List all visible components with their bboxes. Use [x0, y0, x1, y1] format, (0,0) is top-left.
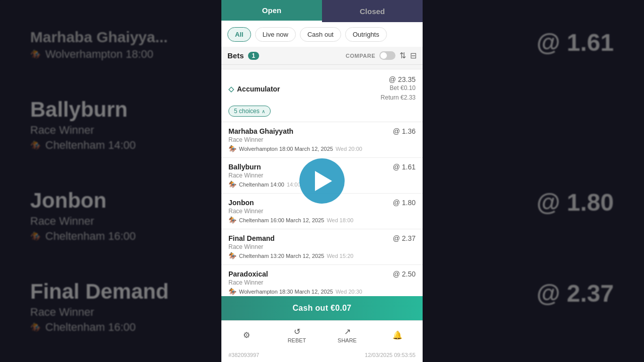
sel-emoji-4: 🏇 — [228, 288, 236, 295]
accumulator-header: ◇ Accumulator @ 23.35 Bet €0.10 Return €… — [228, 75, 416, 103]
accumulator-name: Accumulator — [237, 85, 280, 93]
accumulator-odds: @ 23.35 — [389, 75, 416, 83]
tab-open[interactable]: Open — [221, 0, 322, 22]
play-button[interactable] — [299, 158, 345, 204]
sel-emoji-1: 🏇 — [228, 180, 236, 188]
rebet-label: REBET — [288, 337, 306, 343]
accumulator-title: ◇ Accumulator — [228, 85, 280, 93]
return-label: Return — [381, 94, 399, 101]
sel-row-4: Paradoxical @ 2.50 — [228, 270, 416, 278]
sel-type-0: Race Winner — [228, 136, 416, 143]
sel-row-0: Marhaba Ghaiyyath @ 1.36 — [228, 127, 416, 135]
rebet-button[interactable]: ↺ REBET — [272, 324, 322, 346]
sel-row-3: Final Demand @ 2.37 — [228, 234, 416, 242]
compare-toggle[interactable] — [379, 51, 395, 60]
bell-button[interactable]: 🔔 — [372, 327, 423, 343]
sel-odds-1: @ 1.61 — [393, 163, 416, 171]
filter-live-now[interactable]: Live now — [255, 27, 296, 42]
tab-closed[interactable]: Closed — [322, 0, 423, 22]
bet-meta: #382093997 12/03/2025 09:53:55 — [221, 349, 423, 362]
bottom-toolbar: ⚙ ↺ REBET ↗ SHARE 🔔 — [221, 320, 423, 349]
choices-arrow-icon: ∧ — [262, 109, 265, 114]
sel-event-3: 🏇 Cheltenham 13:20 March 12, 2025 Wed 15… — [228, 252, 416, 259]
sel-odds-4: @ 2.50 — [393, 270, 416, 278]
filter-row: All Live now Cash out Outrights — [221, 22, 423, 47]
play-triangle-icon — [315, 171, 332, 191]
settings-icon: ⚙ — [243, 330, 250, 340]
bets-label: Bets — [227, 51, 244, 60]
sel-event-4: 🏇 Wolverhampton 18:30 March 12, 2025 Wed… — [228, 288, 416, 295]
sel-venue-4: Wolverhampton 18:30 March 12, 2025 — [239, 289, 333, 295]
sel-emoji-0: 🏇 — [228, 145, 236, 152]
choices-label: 5 choices — [234, 108, 260, 115]
selection-0: Marhaba Ghaiyyath @ 1.36 Race Winner 🏇 W… — [221, 122, 423, 158]
filter-all[interactable]: All — [227, 27, 251, 42]
bet-label: Bet — [390, 84, 399, 92]
sel-time-alt-4: Wed 20:30 — [336, 289, 362, 295]
share-icon: ↗ — [344, 327, 351, 336]
sel-odds-3: @ 2.37 — [393, 234, 416, 242]
rebet-icon: ↺ — [294, 327, 300, 336]
tab-row: Open Closed — [221, 0, 423, 22]
sort-icon[interactable]: ⇅ — [399, 51, 406, 60]
sel-time-alt-0: Wed 20:00 — [336, 146, 362, 152]
selection-4: Paradoxical @ 2.50 Race Winner 🏇 Wolverh… — [221, 265, 423, 296]
share-label: SHARE — [338, 337, 357, 343]
bets-count: 1 — [248, 52, 260, 60]
sel-odds-2: @ 1.80 — [393, 199, 416, 207]
accumulator-bet-info: Bet €0.10 Return €2.33 — [381, 83, 416, 103]
bet-id: #382093997 — [228, 352, 259, 358]
sel-name-1: Ballyburn — [228, 163, 261, 171]
sel-time-alt-3: Wed 15:20 — [327, 253, 353, 259]
choices-pill-wrapper: 5 choices ∧ — [228, 103, 416, 117]
share-button[interactable]: ↗ SHARE — [322, 324, 372, 346]
bet-value: €0.10 — [400, 84, 416, 92]
bet-datetime: 12/03/2025 09:53:55 — [365, 352, 416, 358]
filter-icon[interactable]: ⊟ — [410, 51, 417, 60]
filter-cash-out[interactable]: Cash out — [300, 27, 341, 42]
sel-emoji-3: 🏇 — [228, 252, 236, 259]
bell-icon: 🔔 — [392, 330, 403, 340]
sel-time-alt-2: Wed 18:00 — [327, 217, 353, 223]
sel-name-4: Paradoxical — [228, 270, 268, 278]
bets-controls: COMPARE ⇅ ⊟ — [346, 51, 417, 60]
return-value: €2.33 — [400, 94, 416, 101]
sel-venue-2: Cheltenham 16:00 March 12, 2025 — [239, 217, 324, 223]
accumulator-icon: ◇ — [228, 85, 234, 93]
sel-time-alt-1: 14:00 — [287, 182, 301, 188]
sel-venue-0: Wolverhampton 18:00 March 12, 2025 — [239, 146, 333, 152]
sel-odds-0: @ 1.36 — [393, 127, 416, 135]
sel-event-2: 🏇 Cheltenham 16:00 March 12, 2025 Wed 18… — [228, 216, 416, 224]
selection-3: Final Demand @ 2.37 Race Winner 🏇 Chelte… — [221, 229, 423, 265]
settings-button[interactable]: ⚙ — [221, 327, 272, 343]
sel-name-2: Jonbon — [228, 199, 254, 207]
compare-label: COMPARE — [346, 53, 375, 59]
choices-pill[interactable]: 5 choices ∧ — [228, 106, 271, 117]
sel-type-2: Race Winner — [228, 208, 416, 215]
sel-event-0: 🏇 Wolverhampton 18:00 March 12, 2025 Wed… — [228, 145, 416, 152]
bets-title: Bets 1 — [227, 51, 259, 60]
sel-name-0: Marhaba Ghaiyyath — [228, 127, 293, 135]
sel-emoji-2: 🏇 — [228, 216, 236, 224]
sel-venue-3: Cheltenham 13:20 March 12, 2025 — [239, 253, 324, 259]
accumulator-card: ◇ Accumulator @ 23.35 Bet €0.10 Return €… — [221, 69, 423, 122]
sel-name-3: Final Demand — [228, 234, 275, 242]
sel-type-3: Race Winner — [228, 243, 416, 250]
sel-venue-1: Cheltenham 14:00 — [239, 182, 284, 188]
filter-outrights[interactable]: Outrights — [345, 27, 387, 42]
bets-header: Bets 1 COMPARE ⇅ ⊟ — [221, 47, 423, 65]
cashout-button[interactable]: Cash out €0.07 — [221, 296, 423, 320]
sel-type-4: Race Winner — [228, 279, 416, 286]
